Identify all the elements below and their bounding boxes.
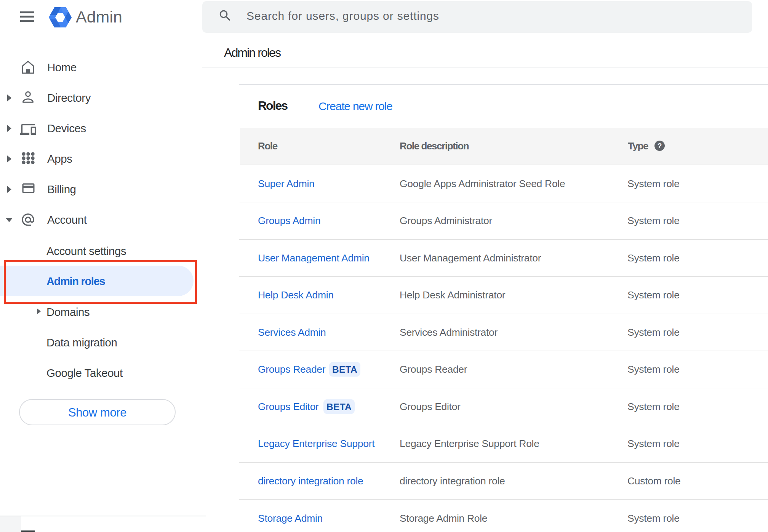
svg-text:?: ? [658, 142, 662, 150]
